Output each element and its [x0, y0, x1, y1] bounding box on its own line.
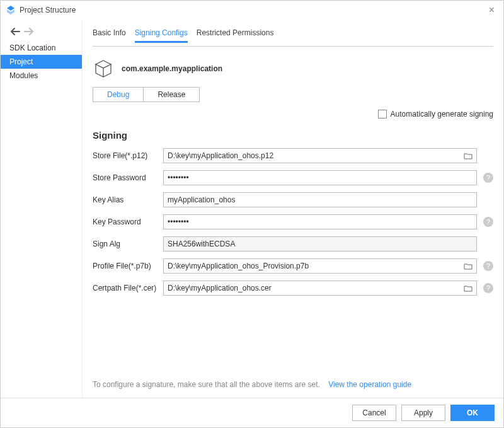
- label-store-file: Store File(*.p12): [93, 151, 163, 160]
- label-certpath-file: Certpath File(*.cer): [93, 284, 163, 292]
- tab-basic-info[interactable]: Basic Info: [93, 28, 126, 42]
- footer-guide-link[interactable]: View the operation guide: [328, 380, 411, 389]
- ok-button[interactable]: OK: [450, 405, 495, 421]
- window-title: Project Structure: [20, 6, 76, 14]
- input-certpath-file[interactable]: D:\key\myApplication_ohos.cer: [163, 281, 477, 296]
- sidebar-item-project[interactable]: Project: [1, 55, 82, 69]
- package-name: com.example.myapplication: [122, 64, 222, 73]
- dialog-buttons: Cancel Apply OK: [1, 398, 503, 427]
- sidebar-item-modules[interactable]: Modules: [1, 69, 82, 83]
- close-button[interactable]: ×: [485, 5, 498, 15]
- input-store-password[interactable]: ••••••••: [163, 170, 477, 185]
- sidebar: SDK Location Project Modules: [1, 20, 83, 398]
- label-sign-alg: Sign Alg: [93, 240, 163, 248]
- help-profile-file-icon[interactable]: ?: [483, 261, 493, 271]
- input-key-alias[interactable]: myApplication_ohos: [163, 192, 477, 207]
- input-sign-alg: SHA256withECDSA: [163, 236, 477, 252]
- nav-forward-button[interactable]: [23, 27, 35, 36]
- titlebar: Project Structure ×: [1, 1, 503, 20]
- package-icon: [93, 58, 114, 79]
- tab-signing-configs[interactable]: Signing Configs: [135, 28, 188, 43]
- auto-generate-label: Automatically generate signing: [391, 110, 493, 119]
- mode-debug-button[interactable]: Debug: [93, 87, 144, 102]
- nav-back-button[interactable]: [9, 27, 21, 36]
- section-title-signing: Signing: [93, 130, 493, 141]
- label-key-alias: Key Alias: [93, 195, 163, 204]
- label-key-password: Key Password: [93, 217, 163, 226]
- label-store-password: Store Password: [93, 173, 163, 182]
- mode-release-button[interactable]: Release: [144, 87, 200, 102]
- sidebar-item-sdk-location[interactable]: SDK Location: [1, 41, 82, 55]
- apply-button[interactable]: Apply: [401, 405, 445, 421]
- input-profile-file[interactable]: D:\key\myApplication_ohos_Provision.p7b: [163, 258, 477, 274]
- tabs: Basic Info Signing Configs Restricted Pe…: [93, 20, 493, 47]
- footer-note-text: To configure a signature, make sure that…: [93, 380, 320, 389]
- help-store-password-icon[interactable]: ?: [483, 173, 493, 183]
- cancel-button[interactable]: Cancel: [352, 405, 396, 421]
- dialog-project-structure: Project Structure × SDK Location Project…: [0, 0, 504, 428]
- label-profile-file: Profile File(*.p7b): [93, 262, 163, 270]
- help-certpath-file-icon[interactable]: ?: [483, 283, 493, 293]
- browse-store-file-icon[interactable]: [461, 152, 475, 159]
- browse-profile-file-icon[interactable]: [461, 262, 475, 270]
- app-logo-icon: [6, 5, 16, 15]
- input-key-password[interactable]: ••••••••: [163, 214, 477, 229]
- help-key-password-icon[interactable]: ?: [483, 217, 493, 227]
- input-store-file[interactable]: D:\key\myApplication_ohos.p12: [163, 148, 477, 163]
- build-mode-toggle: Debug Release: [93, 87, 493, 102]
- auto-generate-checkbox[interactable]: [378, 110, 387, 119]
- browse-certpath-file-icon[interactable]: [461, 284, 475, 292]
- tab-restricted-permissions[interactable]: Restricted Permissions: [197, 28, 274, 42]
- nav-arrows: [1, 23, 82, 41]
